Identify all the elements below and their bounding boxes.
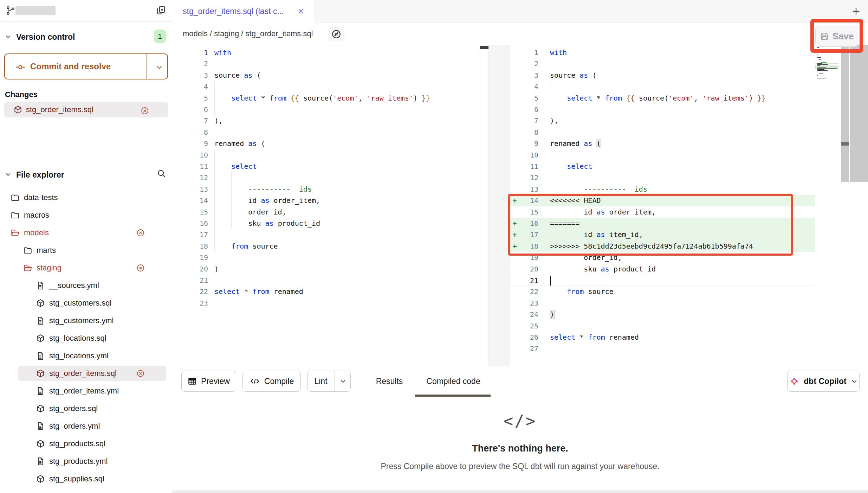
code-line-1[interactable]: 1with xyxy=(510,47,815,58)
conflict-x-icon[interactable] xyxy=(136,229,145,237)
code-line-19[interactable]: 19 order_id, xyxy=(510,252,815,263)
file-tree-item-stg-locations-sql[interactable]: stg_locations.sql xyxy=(0,329,172,347)
code-line-5[interactable]: 5 select * from {{ source('ecom', 'raw_i… xyxy=(510,92,815,104)
minimap[interactable] xyxy=(815,45,841,366)
code-line-8[interactable]: 8 xyxy=(172,127,488,138)
code-line-16[interactable]: +16======= xyxy=(510,218,815,229)
code-line-25[interactable]: 25 xyxy=(510,320,815,332)
code-line-9[interactable]: 9renamed as ( xyxy=(510,138,815,149)
code-line-10[interactable]: 10 xyxy=(172,149,488,161)
editor-pane-divider[interactable] xyxy=(488,45,510,366)
window-scrollbar[interactable] xyxy=(850,45,868,182)
conflict-x-icon[interactable] xyxy=(136,369,145,378)
chevron-down-icon[interactable] xyxy=(5,33,11,40)
tab-results[interactable]: Results xyxy=(368,371,410,392)
line-number: 23 xyxy=(172,297,208,309)
code-line-24[interactable]: 24) xyxy=(510,309,815,320)
file-tree-item-stg-orders-yml[interactable]: stg_orders.yml xyxy=(0,417,172,435)
code-line-7[interactable]: 7), xyxy=(510,115,815,126)
code-line-13[interactable]: 13 ---------- ids xyxy=(510,184,815,195)
dbt-copilot-button[interactable]: dbt Copilot xyxy=(787,371,860,392)
code-line-6[interactable]: 6 xyxy=(510,104,815,115)
code-line-4[interactable]: 4 xyxy=(510,81,815,92)
lineage-button[interactable] xyxy=(328,27,344,41)
changed-file-row[interactable]: stg_order_items.sql xyxy=(4,102,168,117)
code-line-14[interactable]: +14<<<<<<< HEAD xyxy=(510,195,815,206)
code-line-11[interactable]: 11 select xyxy=(510,161,815,172)
file-tree-item-stg-locations-yml[interactable]: stg_locations.yml xyxy=(0,347,172,365)
code-line-12[interactable]: 12 xyxy=(172,172,488,183)
code-line-3[interactable]: 3source as ( xyxy=(172,70,488,81)
new-tab-plus-icon[interactable] xyxy=(851,6,861,16)
file-tree-item-macros[interactable]: macros xyxy=(0,206,172,224)
search-icon[interactable] xyxy=(157,169,166,178)
commit-dropdown-chevron-icon[interactable] xyxy=(155,63,163,71)
file-tree-item-stg-customers-yml[interactable]: stg_customers.yml xyxy=(0,312,172,329)
lint-dropdown-button[interactable] xyxy=(335,371,351,392)
code-line-21[interactable]: 21 xyxy=(172,275,488,286)
tab-stg-order-items[interactable]: stg_order_items.sql (last c... xyxy=(172,0,314,23)
code-line-5[interactable]: 5 select * from {{ source('ecom', 'raw_i… xyxy=(172,92,488,104)
file-tree-item-staging[interactable]: staging xyxy=(0,259,172,277)
right-editor-scrollbar-thumb[interactable] xyxy=(841,142,849,146)
file-tree-item-marts[interactable]: marts xyxy=(0,242,172,259)
file-tree-item-stg-order-items-sql[interactable]: stg_order_items.sql xyxy=(0,365,172,382)
code-line-8[interactable]: 8 xyxy=(510,127,815,138)
code-line-4[interactable]: 4 xyxy=(172,81,488,92)
code-line-7[interactable]: 7), xyxy=(172,115,488,126)
file-tree-item-stg-order-items-yml[interactable]: stg_order_items.yml xyxy=(0,382,172,400)
file-tree-item-models[interactable]: models xyxy=(0,224,172,242)
editor-pane-working[interactable]: 1with23source as (45 select * from {{ so… xyxy=(510,45,815,366)
code-line-13[interactable]: 13 ---------- ids xyxy=(172,184,488,195)
copy-files-icon[interactable] xyxy=(156,5,166,15)
preview-button[interactable]: Preview xyxy=(181,371,236,392)
code-line-11[interactable]: 11 select xyxy=(172,161,488,172)
file-tree-item-stg-customers-sql[interactable]: stg_customers.sql xyxy=(0,294,172,312)
commit-and-resolve-button[interactable]: Commit and resolve xyxy=(4,53,168,79)
code-line-14[interactable]: 14 id as order_item, xyxy=(172,195,488,206)
chevron-down-icon[interactable] xyxy=(5,171,11,178)
code-line-6[interactable]: 6 xyxy=(172,104,488,115)
code-line-10[interactable]: 10 xyxy=(510,149,815,161)
code-line-17[interactable]: +17 id as item_id, xyxy=(510,229,815,240)
code-line-21[interactable]: 21 xyxy=(510,275,815,286)
editor-pane-original[interactable]: 1with23source as (45 select * from {{ so… xyxy=(172,45,488,366)
conflict-x-icon[interactable] xyxy=(136,264,145,272)
left-editor-scrollbar[interactable] xyxy=(480,45,488,366)
code-line-12[interactable]: 12 xyxy=(510,172,815,183)
code-line-22[interactable]: 22select * from renamed xyxy=(172,286,488,297)
code-line-2[interactable]: 2 xyxy=(510,58,815,69)
code-line-15[interactable]: 15 order_id, xyxy=(172,206,488,218)
code-line-16[interactable]: 16 sku as product_id xyxy=(172,218,488,229)
file-tree-item--sources-yml[interactable]: __sources.yml xyxy=(0,277,172,294)
file-tree-item-stg-supplies-sql[interactable]: stg_supplies.sql xyxy=(0,470,172,488)
code-line-17[interactable]: 17 xyxy=(172,229,488,240)
code-line-26[interactable]: 26select * from renamed xyxy=(510,332,815,343)
code-line-27[interactable]: 27 xyxy=(510,343,815,354)
code-line-9[interactable]: 9renamed as ( xyxy=(172,138,488,149)
conflict-x-icon[interactable] xyxy=(141,107,149,115)
code-line-1[interactable]: 1with xyxy=(172,47,488,58)
file-tree-item-stg-orders-sql[interactable]: stg_orders.sql xyxy=(0,400,172,417)
code-line-19[interactable]: 19 xyxy=(172,252,488,263)
tab-compiled-code[interactable]: Compiled code xyxy=(418,371,488,392)
close-icon[interactable] xyxy=(297,8,304,15)
code-line-23[interactable]: 23 xyxy=(510,297,815,309)
code-line-18[interactable]: 18 from source xyxy=(172,241,488,252)
code-line-20[interactable]: 20) xyxy=(172,263,488,275)
file-tree-item-stg-products-sql[interactable]: stg_products.sql xyxy=(0,435,172,453)
right-editor-scrollbar[interactable] xyxy=(841,45,849,182)
left-editor-scrollbar-thumb[interactable] xyxy=(480,46,488,49)
file-tree-item-stg-products-yml[interactable]: stg_products.yml xyxy=(0,453,172,470)
code-line-2[interactable]: 2 xyxy=(172,58,488,69)
file-tree-item-data-tests[interactable]: data-tests xyxy=(0,189,172,206)
code-line-22[interactable]: 22 from source xyxy=(510,286,815,297)
code-line-18[interactable]: +18>>>>>>> 58c1dd23d5eebd9cd2495fa7124ab… xyxy=(510,241,815,252)
save-button[interactable]: Save xyxy=(815,26,858,47)
code-line-20[interactable]: 20 sku as product_id xyxy=(510,263,815,275)
code-line-3[interactable]: 3source as ( xyxy=(510,70,815,81)
code-line-15[interactable]: 15 id as order_item, xyxy=(510,206,815,218)
compile-button[interactable]: Compile xyxy=(242,371,301,392)
code-line-23[interactable]: 23 xyxy=(172,297,488,309)
changed-file-name: stg_order_items.sql xyxy=(26,102,93,117)
